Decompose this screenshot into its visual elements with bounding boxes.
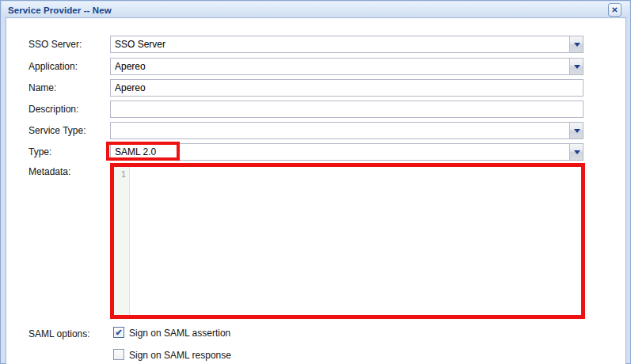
- dialog-title: Service Provider -- New: [8, 6, 112, 15]
- name-field[interactable]: [110, 79, 583, 97]
- service-provider-dialog: Service Provider -- New ✕ SSO Server: Ap…: [0, 0, 631, 364]
- description-label: Description:: [29, 104, 78, 115]
- chevron-down-icon: [574, 150, 580, 154]
- metadata-highlight-annotation: 1: [110, 163, 585, 319]
- sso-server-input[interactable]: [111, 36, 568, 52]
- type-combo[interactable]: [110, 143, 583, 161]
- dialog-titlebar: Service Provider -- New: [2, 2, 629, 18]
- application-combo[interactable]: [110, 58, 583, 75]
- name-input[interactable]: [111, 80, 583, 96]
- type-input[interactable]: [111, 144, 568, 160]
- chevron-down-icon: [574, 65, 580, 69]
- line-number-gutter: 1: [114, 167, 130, 315]
- chevron-down-icon: [574, 43, 580, 47]
- close-icon[interactable]: ✕: [608, 3, 621, 17]
- dialog-body-panel: SSO Server: Application: Name: Descripti…: [6, 17, 626, 364]
- application-input[interactable]: [111, 59, 568, 74]
- description-input[interactable]: [111, 101, 583, 117]
- description-field[interactable]: [110, 100, 583, 118]
- sign-saml-assertion-checkbox[interactable]: ✔: [113, 327, 124, 338]
- type-dropdown-trigger[interactable]: [569, 144, 583, 160]
- check-icon: ✔: [115, 328, 122, 337]
- type-label: Type:: [29, 146, 51, 157]
- service-type-dropdown-trigger[interactable]: [569, 123, 583, 138]
- sso-server-combo[interactable]: [110, 36, 583, 53]
- sign-saml-response-label: Sign on SAML response: [129, 350, 231, 361]
- name-label: Name:: [29, 82, 56, 93]
- metadata-label: Metadata:: [29, 166, 70, 177]
- saml-options-label: SAML options:: [29, 328, 90, 339]
- sign-saml-response-checkbox[interactable]: [113, 349, 124, 360]
- sso-server-dropdown-trigger[interactable]: [569, 36, 583, 52]
- chevron-down-icon: [574, 129, 580, 133]
- sso-server-label: SSO Server:: [29, 39, 82, 50]
- service-type-label: Service Type:: [29, 125, 86, 136]
- application-dropdown-trigger[interactable]: [569, 59, 583, 74]
- service-type-combo[interactable]: [110, 122, 583, 139]
- sign-saml-assertion-label: Sign on SAML assertion: [129, 328, 230, 339]
- application-label: Application:: [29, 61, 78, 72]
- metadata-editor[interactable]: [131, 167, 581, 315]
- service-type-input[interactable]: [111, 123, 568, 138]
